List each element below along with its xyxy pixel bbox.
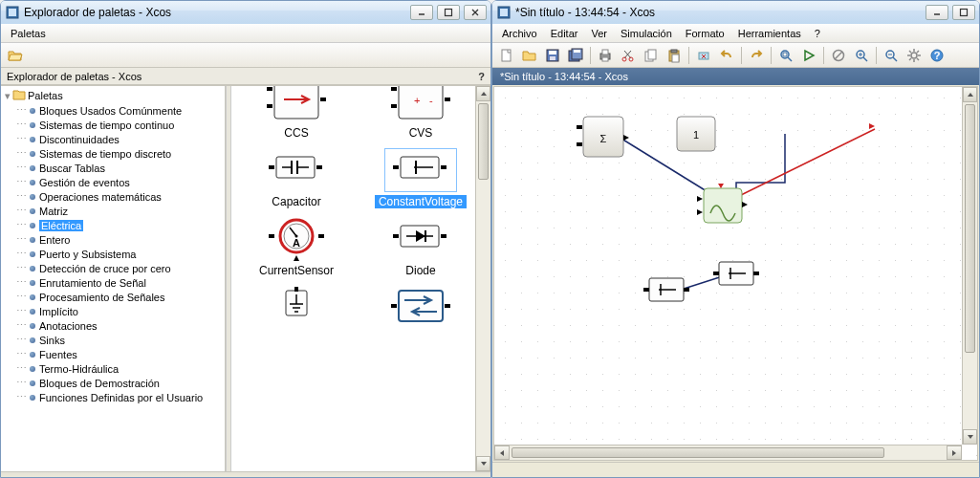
palette-block[interactable]: Diode (363, 218, 475, 277)
undo-icon[interactable] (716, 45, 737, 66)
open-icon[interactable] (519, 45, 540, 66)
tree-item[interactable]: ⋯Discontinuidades (14, 132, 223, 146)
zoomin-icon[interactable] (851, 45, 872, 66)
close-button[interactable] (464, 5, 487, 20)
svg-line-80 (863, 57, 867, 61)
palette-block[interactable]: Capacitor (239, 149, 354, 208)
help-icon[interactable]: ? (926, 45, 947, 66)
tree-item[interactable]: ⋯Anotaciones (14, 318, 223, 333)
tree-item[interactable]: ⋯Termo-Hidráulica (14, 361, 223, 376)
saveas-icon[interactable] (565, 45, 586, 66)
scroll-thumb[interactable] (512, 447, 884, 458)
maximize-button[interactable] (437, 5, 460, 20)
wire[interactable] (736, 134, 785, 191)
settings-icon[interactable] (904, 45, 925, 66)
tree-item[interactable]: ⋯Implícito (14, 304, 223, 318)
scroll-right-button[interactable] (947, 445, 962, 460)
svg-text:-: - (429, 95, 433, 106)
tree-item-label: Operaciones matemáticas (39, 191, 162, 203)
block-label: ConstantVoltage (375, 195, 467, 208)
new-icon[interactable] (496, 45, 517, 66)
open-icon[interactable] (5, 45, 26, 66)
tree-item[interactable]: ⋯Gestión de eventos (14, 175, 223, 189)
stop-icon[interactable] (828, 45, 849, 66)
tree-item[interactable]: ⋯Buscar Tablas (14, 161, 223, 175)
menu-item[interactable]: Formato (680, 26, 730, 41)
cut-icon[interactable] (618, 45, 639, 66)
palette-block[interactable]: ConstantVoltage (363, 149, 475, 208)
tree-item[interactable]: ⋯Sistemas de tiempo continuo (14, 118, 223, 132)
tree-item[interactable]: ⋯Enrutamiento de Señal (14, 275, 223, 290)
redo-icon[interactable] (746, 45, 767, 66)
play-icon[interactable] (798, 45, 819, 66)
wire[interactable] (739, 129, 875, 196)
tree-item[interactable]: ⋯Eléctrica (14, 218, 223, 232)
tree-item[interactable]: ⋯Puerto y Subsistema (14, 247, 223, 261)
scroll-left-button[interactable] (494, 445, 510, 460)
tree-item[interactable]: ⋯Bloques Usados Comúnmente (14, 103, 223, 118)
menu-item[interactable]: ? (809, 26, 826, 41)
minimize-button[interactable] (926, 5, 948, 20)
scroll-thumb[interactable] (478, 103, 489, 180)
tree-item[interactable]: ⋯Matriz (14, 204, 223, 218)
paste-icon[interactable] (664, 45, 685, 66)
svg-rect-67 (648, 50, 656, 59)
block-constantvoltage-2[interactable] (713, 262, 759, 285)
menu-item[interactable]: Archivo (496, 26, 543, 41)
tree-item[interactable]: ⋯Sinks (14, 333, 223, 347)
expand-icon[interactable]: ▾ (5, 90, 11, 102)
diagram-canvas[interactable]: Σ 1 (493, 86, 978, 461)
maximize-button[interactable] (952, 5, 975, 20)
tree-item[interactable]: ⋯Sistemas de tiempo discreto (14, 146, 223, 161)
titlebar[interactable]: Explorador de paletas - Xcos (1, 1, 490, 24)
tree-item[interactable]: ⋯Fuentes (14, 347, 223, 361)
menu-item[interactable]: Editar (545, 26, 584, 41)
fit-icon[interactable] (775, 45, 796, 66)
copy-icon[interactable] (641, 45, 662, 66)
block-sum[interactable]: Σ (577, 117, 629, 157)
tree-item[interactable]: ⋯Entero (14, 232, 223, 247)
vertical-scrollbar[interactable] (475, 86, 490, 471)
palette-block[interactable] (239, 287, 354, 333)
svg-rect-58 (574, 50, 580, 53)
tree-item[interactable]: ⋯Bloques de Demostración (14, 376, 223, 390)
menu-item[interactable]: Simulación (615, 26, 678, 41)
scroll-up-button[interactable] (476, 86, 490, 101)
zoomout-icon[interactable] (881, 45, 902, 66)
svg-text:?: ? (934, 50, 941, 61)
help-icon[interactable]: ? (478, 71, 485, 82)
del-icon[interactable] (693, 45, 714, 66)
scroll-down-button[interactable] (476, 456, 490, 471)
open-port-marker[interactable] (869, 123, 875, 129)
tree-item[interactable]: ⋯Operaciones matemáticas (14, 189, 223, 204)
scroll-down-button[interactable] (963, 429, 977, 445)
diagram-tab[interactable]: *Sin título - 13:44:54 - Xcos (492, 68, 979, 85)
tree-item[interactable]: ⋯Funciones Definidas por el Usuario (14, 390, 223, 404)
scroll-up-button[interactable] (963, 87, 977, 102)
palette-block[interactable] (363, 287, 475, 333)
block-const1[interactable]: 1 (677, 117, 715, 151)
svg-rect-38 (441, 234, 446, 238)
palette-tree[interactable]: ▾ Paletas ⋯Bloques Usados Comúnmente⋯Sis… (1, 86, 226, 471)
minimize-button[interactable] (410, 5, 433, 20)
print-icon[interactable] (595, 45, 616, 66)
tree-connector-icon: ⋯ (16, 233, 26, 246)
tree-root[interactable]: ▾ Paletas (3, 88, 223, 103)
tree-item-label: Discontinuidades (39, 134, 120, 145)
tree-item[interactable]: ⋯Procesamiento de Señales (14, 290, 223, 304)
svg-rect-27 (441, 165, 446, 169)
menu-item[interactable]: Herramientas (732, 26, 807, 41)
menu-item[interactable]: Ver (585, 26, 613, 41)
vertical-scrollbar[interactable] (962, 87, 977, 445)
titlebar[interactable]: *Sin título - 13:44:54 - Xcos (492, 1, 979, 24)
save-icon[interactable] (542, 45, 563, 66)
horizontal-scrollbar[interactable] (494, 445, 962, 460)
palette-block[interactable]: ACurrentSensor (239, 218, 354, 277)
tree-item[interactable]: ⋯Detección de cruce por cero (14, 261, 223, 275)
scroll-thumb[interactable] (965, 104, 975, 353)
palette-block[interactable]: +-CVS (363, 86, 475, 140)
palette-block[interactable]: CCS (239, 86, 354, 140)
block-constantvoltage-1[interactable] (643, 278, 689, 301)
block-integrator[interactable] (697, 184, 748, 223)
menu-palettes[interactable]: Paletas (5, 26, 52, 41)
